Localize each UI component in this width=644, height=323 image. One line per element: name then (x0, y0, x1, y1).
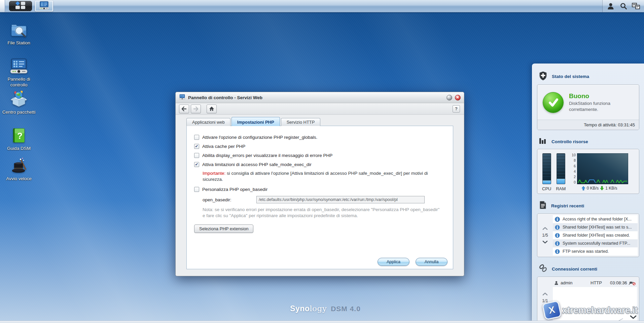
package-center-icon (10, 90, 28, 108)
status-value: Buono (569, 92, 635, 100)
current-connections-card: 1/1 admin HTTP (537, 277, 639, 323)
network-graph-block: 10 8 6 4 2 0 (570, 153, 628, 191)
dialog-actions: Applica Annulla (378, 258, 448, 266)
show-desktop-button[interactable] (0, 0, 5, 12)
system-status-header: Stato del sistema (532, 68, 644, 84)
widget-title: Connessioni correnti (552, 267, 597, 272)
connections-page-down-icon[interactable] (542, 306, 548, 309)
select-php-extension-button[interactable]: Seleziona PHP extension (194, 225, 253, 233)
tab-label: Applicazioni web (192, 120, 225, 125)
connections-page-up-icon[interactable] (542, 292, 548, 295)
main-menu-button[interactable] (9, 1, 32, 11)
warning-text: si consiglia di attivare l'opzione [Atti… (203, 171, 428, 182)
log-text: FTP service was started. (563, 249, 609, 254)
panel-collapse-chevron-icon[interactable] (630, 314, 637, 320)
file-station-icon (10, 21, 28, 39)
status-description: DiskStation funziona correttamente. (569, 100, 635, 112)
info-icon (555, 225, 560, 230)
desktop-icon-label: Centro pacchetti (2, 110, 35, 115)
chain-link-icon (539, 264, 547, 274)
desktop-icon-dsm-help[interactable]: ? Guida DSM (1, 126, 36, 152)
connection-row: admin HTTP 03:08:36 (553, 278, 637, 287)
ram-gauge-fill (557, 179, 565, 184)
y-tick: 8 (572, 159, 576, 162)
top-taskbar (0, 0, 644, 12)
ram-label: RAM (556, 186, 566, 191)
y-tick: 0 (572, 180, 576, 184)
checkbox-label: Personalizza PHP open_basedir (202, 187, 267, 192)
desktop-icon-package-center[interactable]: Centro pacchetti (1, 90, 36, 115)
network-graph-y-axis: 10 8 6 4 2 0 (572, 153, 576, 184)
apps-grid-icon (14, 1, 27, 11)
info-icon (555, 217, 560, 222)
home-button[interactable] (207, 105, 217, 113)
dsm-help-icon: ? (10, 126, 28, 145)
logs-page-up-icon[interactable] (542, 227, 548, 230)
minimize-button[interactable] (446, 95, 452, 100)
info-icon (555, 241, 560, 246)
tab-servizio-http[interactable]: Servizio HTTP (281, 118, 321, 126)
checkbox-label: Attiva cache per PHP (202, 144, 245, 149)
close-button[interactable] (455, 95, 461, 100)
quick-start-icon (10, 157, 28, 175)
open-basedir-label: open_basedir: (203, 197, 256, 202)
connection-protocol: HTTP (591, 280, 610, 285)
current-connections-header: Connessioni correnti (532, 260, 644, 277)
window-titlebar[interactable]: Pannello di controllo - Servizi Web (176, 92, 464, 103)
forward-button[interactable] (191, 105, 201, 113)
desktop-icon-file-station[interactable]: File Station (1, 21, 36, 46)
connection-user: admin (554, 280, 591, 285)
window-body: Applicazioni web Impostazioni PHP Serviz… (176, 115, 464, 276)
synology-logo: Synology (290, 304, 327, 313)
open-basedir-input[interactable] (256, 196, 425, 203)
dsm-version: DSM 4.0 (331, 305, 361, 313)
ram-meter: RAM (556, 153, 566, 191)
window-toolbar: ? (176, 103, 464, 115)
desktop-icon-label: Guida DSM (7, 146, 31, 152)
widget-title: Stato del sistema (552, 74, 589, 79)
log-row: Shared folder [XHTest] was created. (553, 231, 638, 239)
important-warning: Importante: si consiglia di attivare l'o… (203, 170, 445, 182)
logs-page-down-icon[interactable] (542, 241, 548, 244)
network-graph: 10 8 6 4 2 0 (572, 153, 628, 184)
desktop-icon-quick-start[interactable]: Avvio veloce (1, 157, 36, 182)
cancel-button[interactable]: Annulla (416, 258, 448, 266)
pilot-view-icon[interactable] (632, 2, 640, 10)
open-basedir-row: open_basedir: (203, 196, 445, 203)
safe-mode-checkbox[interactable] (194, 162, 199, 167)
log-row: Access right of the shared folder [X... (553, 215, 638, 223)
php-cache-checkbox[interactable] (194, 144, 199, 149)
apply-button[interactable]: Applica (378, 258, 409, 266)
download-arrow-icon (600, 186, 604, 191)
connection-time: 03:08:36 (610, 280, 629, 285)
widget-panel: Stato del sistema Buono DiskStation funz… (532, 64, 644, 323)
resource-monitor-card: CPU RAM 10 8 6 4 2 0 (537, 149, 639, 194)
desktop-icon-label: Pannello di controllo (1, 77, 36, 88)
recent-logs-header: Registri recenti (532, 197, 644, 213)
control-panel-window: Pannello di controllo - Servizi Web (175, 92, 464, 276)
display-errors-checkbox[interactable] (194, 153, 199, 158)
open-basedir-checkbox[interactable] (194, 187, 199, 192)
search-icon[interactable] (619, 2, 628, 10)
y-tick: 6 (572, 164, 576, 168)
taskbar-item-control-panel[interactable] (35, 1, 53, 11)
user-icon[interactable] (606, 2, 615, 10)
help-button[interactable]: ? (453, 105, 460, 113)
log-text: Shared folder [XHTest] was set to s... (563, 225, 632, 230)
back-button[interactable] (179, 105, 189, 113)
bottom-edge-strip (0, 321, 644, 323)
log-text: Access right of the shared folder [X... (563, 217, 632, 221)
register-globals-checkbox[interactable] (194, 135, 199, 140)
desktop: File Station Pannello (0, 0, 644, 323)
widget-title: Registri recenti (551, 203, 584, 208)
tab-impostazioni-php[interactable]: Impostazioni PHP (231, 117, 280, 126)
logs-page-indicator: 1/5 (542, 233, 548, 238)
logs-pager: 1/5 (537, 214, 553, 257)
network-graph-plot (577, 153, 628, 184)
desktop-icon-control-panel[interactable]: Pannello di controllo (1, 57, 36, 88)
info-icon (555, 249, 560, 254)
disconnect-icon[interactable] (629, 280, 636, 285)
cpu-meter: CPU (542, 153, 551, 191)
tab-applicazioni-web[interactable]: Applicazioni web (186, 118, 230, 126)
checkbox-label: Attiva limitazioni di accesso PHP safe_m… (202, 162, 312, 167)
